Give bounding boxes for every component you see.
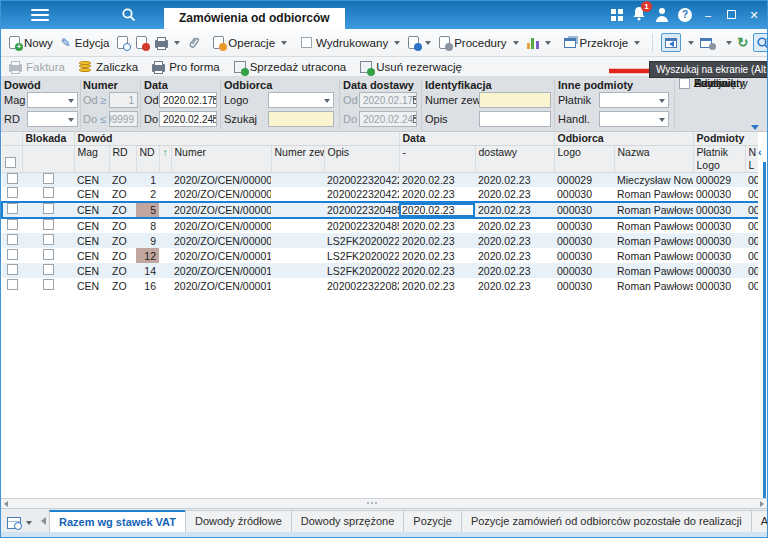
- numer-zew-cell[interactable]: [271, 218, 324, 233]
- search-icon[interactable]: [121, 7, 137, 27]
- row-select-cell[interactable]: [2, 263, 22, 278]
- platnik-logo-cell[interactable]: 000030: [693, 202, 745, 218]
- sort-ascending-icon[interactable]: ↑: [159, 145, 171, 172]
- workflow-dropdown[interactable]: [404, 33, 435, 52]
- data-cell[interactable]: 2020.02.23: [399, 218, 475, 233]
- printed-checkbox[interactable]: [301, 37, 312, 48]
- mag-cell[interactable]: CEN: [74, 248, 109, 263]
- logo-cell[interactable]: 000029: [554, 172, 614, 187]
- usun-rezerwacje-button[interactable]: Usuń rezerwację: [358, 60, 464, 74]
- row-checkbox[interactable]: [7, 249, 18, 260]
- document-tab[interactable]: Zamówienia od odbiorców: [164, 8, 345, 29]
- status-flag[interactable]: Zamknięty: [679, 77, 745, 89]
- col-opis[interactable]: Opis: [324, 145, 399, 172]
- rd-cell[interactable]: ZO: [109, 233, 136, 248]
- logo-cell[interactable]: 000030: [554, 233, 614, 248]
- nazwa-cell[interactable]: Roman Pawłowski: [614, 187, 693, 202]
- mag-cell[interactable]: CEN: [74, 172, 109, 187]
- row-checkbox[interactable]: [7, 279, 18, 290]
- zaliczka-button[interactable]: Zaliczka: [77, 60, 140, 74]
- row-select-cell[interactable]: [2, 187, 22, 202]
- bottom-tab[interactable]: Dowody źródłowe: [185, 510, 292, 532]
- row-select-cell[interactable]: [2, 202, 22, 218]
- col-numer[interactable]: Numer: [171, 145, 271, 172]
- table-row[interactable]: CEN ZO 16 2020/ZO/CEN/000016 20200223220…: [2, 278, 761, 293]
- numer-od-input[interactable]: 1: [109, 92, 138, 108]
- header-group-odbiorca[interactable]: Odbiorca: [554, 132, 693, 145]
- dostawy-cell[interactable]: 2020.02.23: [475, 172, 554, 187]
- blokada-cell[interactable]: [22, 172, 74, 187]
- row-checkbox[interactable]: [7, 187, 18, 198]
- numer-zew-cell[interactable]: [271, 278, 324, 293]
- row-select-cell[interactable]: [2, 278, 22, 293]
- odbiorca-szukaj-input[interactable]: [268, 111, 334, 127]
- edit-button[interactable]: ✎ Edycja: [57, 34, 114, 52]
- rd-cell[interactable]: ZO: [109, 202, 136, 218]
- platnik-logo-cell[interactable]: 000030: [693, 263, 745, 278]
- mag-cell[interactable]: CEN: [74, 278, 109, 293]
- dostawy-cell[interactable]: 2020.02.23: [475, 218, 554, 233]
- opis-cell[interactable]: LS2FK2020022320: [324, 233, 399, 248]
- mag-cell[interactable]: CEN: [74, 218, 109, 233]
- select-all-checkbox[interactable]: [5, 157, 16, 168]
- table-row[interactable]: CEN ZO 9 2020/ZO/CEN/000009 LS2FK2020022…: [2, 233, 761, 248]
- logo-cell[interactable]: 000030: [554, 218, 614, 233]
- chevron-down-icon[interactable]: [688, 41, 694, 45]
- notifications-bell-icon[interactable]: 1: [632, 6, 646, 25]
- odbiorca-logo-select[interactable]: [268, 92, 334, 108]
- blokada-cell[interactable]: [22, 202, 74, 218]
- blokada-cell[interactable]: [22, 248, 74, 263]
- row-checkbox[interactable]: [7, 264, 18, 275]
- close-button[interactable]: ✕: [747, 9, 761, 22]
- row-select-cell[interactable]: [2, 172, 22, 187]
- preview-panel-button[interactable]: [1, 517, 38, 532]
- table-row[interactable]: CEN ZO 14 2020/ZO/CEN/000014 LS2FK202002…: [2, 263, 761, 278]
- col-logo[interactable]: Logo: [554, 145, 614, 172]
- user-account-icon[interactable]: [655, 8, 669, 22]
- rd-cell[interactable]: ZO: [109, 248, 136, 263]
- rd-cell[interactable]: ZO: [109, 218, 136, 233]
- numer-cell[interactable]: 2020/ZO/CEN/000001: [171, 172, 271, 187]
- row-checkbox[interactable]: [7, 234, 18, 245]
- flag-checkbox[interactable]: [679, 78, 690, 89]
- data-cell[interactable]: 2020.02.23: [399, 187, 475, 202]
- blokada-cell[interactable]: [22, 233, 74, 248]
- table-row[interactable]: CEN ZO 2 2020/ZO/CEN/000002 202002232042…: [2, 187, 761, 202]
- bottom-tab[interactable]: Dowody sprzężone: [291, 510, 405, 532]
- col-nazwa[interactable]: Nazwa: [614, 145, 693, 172]
- handl-select[interactable]: [599, 111, 669, 127]
- numer-zew-cell[interactable]: [271, 248, 324, 263]
- print-button[interactable]: [151, 34, 184, 51]
- opis-input[interactable]: [479, 111, 551, 127]
- opis-cell[interactable]: LS2FK2020022321: [324, 248, 399, 263]
- dostawy-cell[interactable]: 2020.02.23: [475, 263, 554, 278]
- col-platnik[interactable]: Płatnik Logo: [693, 145, 745, 172]
- pin-panel-button[interactable]: [661, 33, 681, 52]
- data-od-input[interactable]: 2020.02.17: [159, 92, 217, 108]
- refresh-icon[interactable]: ↻: [737, 35, 748, 50]
- calendar-icon[interactable]: [213, 96, 217, 104]
- bottom-tab[interactable]: Pozycje: [403, 510, 462, 532]
- numer-cell[interactable]: 2020/ZO/CEN/000016: [171, 278, 271, 293]
- blokada-checkbox[interactable]: [43, 264, 54, 275]
- row-select-cell[interactable]: [2, 218, 22, 233]
- scrollbar-grip[interactable]: [367, 502, 377, 504]
- nazwa-cell[interactable]: Roman Pawłowski: [614, 202, 693, 218]
- row-select-cell[interactable]: [2, 233, 22, 248]
- opis-cell[interactable]: LS2FK2020022321: [324, 263, 399, 278]
- chart-dropdown[interactable]: [523, 34, 555, 52]
- nd-cell[interactable]: 1: [136, 172, 159, 187]
- rd-cell[interactable]: ZO: [109, 187, 136, 202]
- nazwa-cell[interactable]: Roman Pawłowski: [614, 263, 693, 278]
- numer-cell[interactable]: 2020/ZO/CEN/000002: [171, 187, 271, 202]
- data-do-input[interactable]: 2020.02.24: [159, 111, 217, 127]
- maximize-button[interactable]: [724, 9, 738, 21]
- blokada-cell[interactable]: [22, 263, 74, 278]
- apps-grid-icon[interactable]: [611, 9, 623, 21]
- data-cell[interactable]: 2020.02.23: [399, 263, 475, 278]
- rd-cell[interactable]: ZO: [109, 263, 136, 278]
- logo-cell[interactable]: 000030: [554, 187, 614, 202]
- mag-cell[interactable]: CEN: [74, 187, 109, 202]
- col-data[interactable]: -: [399, 145, 475, 172]
- mag-cell[interactable]: CEN: [74, 202, 109, 218]
